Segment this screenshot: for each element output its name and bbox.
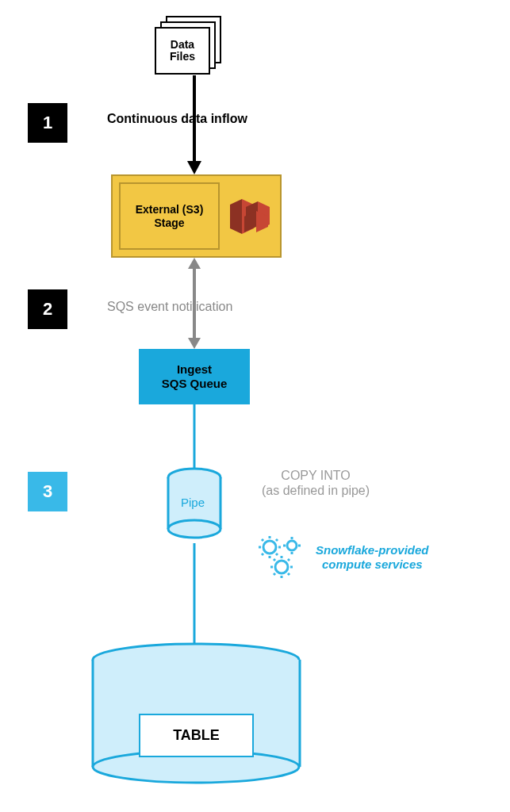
copy-into-line2: (as defined in pipe) [262,483,370,498]
svg-marker-2 [230,199,242,234]
sqs-queue-label: Ingest SQS Queue [162,362,228,391]
table-label: TABLE [173,727,220,744]
inflow-label: Continuous data inflow [107,112,247,126]
svg-line-25 [276,539,278,541]
line-sqs-to-pipe [189,404,200,476]
pipe-label: Pipe [181,496,205,509]
step-marker-1: 1 [28,103,67,143]
svg-line-37 [288,573,290,575]
svg-point-31 [275,561,288,573]
diagram-canvas: 1 2 3 Data Files Continuous data inflow … [0,0,510,812]
s3-stage-inner: External (S3) Stage [119,182,220,250]
file-page-front: Data Files [155,27,210,75]
step-number-1: 1 [43,113,52,133]
data-files-node: Data Files [155,16,226,75]
svg-marker-8 [188,258,201,269]
copy-into-label: COPY INTO (as defined in pipe) [262,468,370,498]
sqs-queue-node: Ingest SQS Queue [139,349,250,404]
compute-services-block: Snowflake-provided compute services [254,531,429,583]
svg-marker-10 [188,338,201,349]
svg-line-39 [288,559,290,561]
svg-line-22 [262,539,263,541]
step-number-3: 3 [43,481,52,502]
arrow-datafiles-to-s3 [182,75,206,178]
svg-line-36 [274,559,275,561]
s3-bucket-icon [226,193,274,240]
gears-icon [254,531,309,583]
svg-line-23 [276,553,278,555]
svg-point-16 [168,520,220,538]
step-number-2: 2 [43,299,52,320]
sqs-event-label: SQS event notification [107,300,232,314]
s3-stage-node: External (S3) Stage [111,174,282,258]
svg-line-38 [274,573,275,575]
svg-marker-1 [187,161,201,174]
s3-stage-label: External (S3) Stage [136,203,204,230]
svg-point-17 [263,541,276,553]
step-marker-2: 2 [28,289,67,329]
svg-line-24 [262,553,263,555]
svg-point-26 [287,541,297,550]
data-files-label: Data Files [170,39,195,63]
table-node: TABLE [139,714,254,757]
copy-into-line1: COPY INTO [262,468,370,483]
compute-services-label: Snowflake-provided compute services [316,543,429,572]
step-marker-3: 3 [28,472,67,511]
